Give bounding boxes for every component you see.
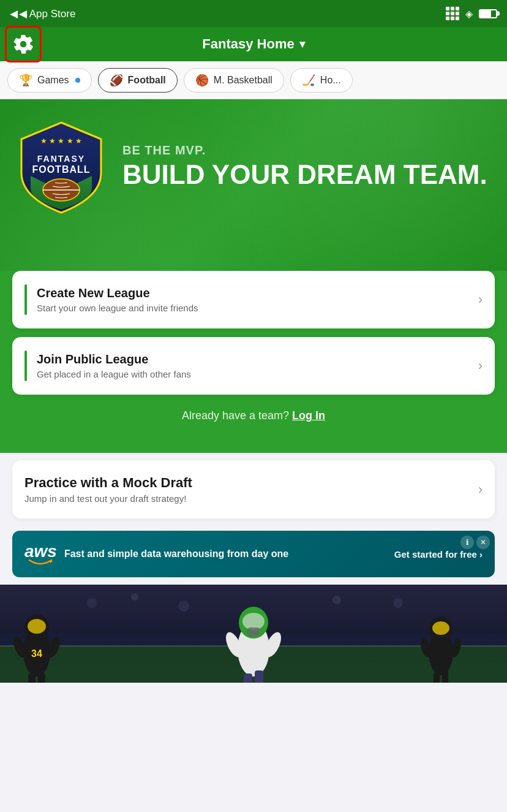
nav-title[interactable]: Fantasy Home ▾ [202, 36, 304, 52]
football-players-image: 34 [0, 585, 507, 683]
app-store-label: ◀ App Store [19, 7, 75, 20]
games-icon: 🏆 [19, 74, 32, 87]
battery-icon [479, 9, 497, 18]
football-image-content: 34 [0, 585, 507, 683]
aws-smile [24, 559, 57, 566]
status-icons: ◈ [446, 7, 497, 20]
mock-draft-card[interactable]: Practice with a Mock Draft Jump in and t… [12, 460, 495, 518]
svg-text:FANTASY: FANTASY [37, 154, 85, 164]
create-league-text: Create New League Start your own league … [37, 286, 478, 313]
hero-content: ★ ★ ★ ★ ★ FANTASY FOOTBALL BE THE MVP. B… [12, 118, 495, 216]
tab-basketball-label: M. Basketball [214, 75, 272, 86]
create-league-title: Create New League [37, 286, 478, 300]
grid-icon [446, 7, 459, 20]
svg-rect-16 [28, 674, 36, 683]
nav-dropdown-arrow: ▾ [299, 37, 305, 51]
hockey-icon: 🏒 [302, 74, 315, 87]
svg-rect-31 [434, 672, 440, 683]
tab-games-label: Games [37, 75, 69, 86]
tab-games[interactable]: 🏆 Games [7, 68, 92, 93]
football-scene-svg: 34 [0, 585, 507, 683]
svg-text:★ ★ ★ ★ ★: ★ ★ ★ ★ ★ [40, 137, 82, 145]
svg-point-20 [242, 613, 265, 630]
join-league-title: Join Public League [37, 352, 478, 366]
already-team-section: Already have a team? Log In [12, 403, 495, 434]
back-arrow-icon: ◀ [10, 7, 18, 20]
mock-draft-title: Practice with a Mock Draft [24, 475, 478, 491]
location-icon: ◈ [465, 8, 473, 20]
ad-left: aws Fast and simple data warehousing fro… [24, 542, 288, 566]
join-league-chevron: › [478, 358, 483, 374]
tab-football-label: Football [128, 75, 166, 86]
already-team-text: Already have a team? [182, 409, 289, 422]
svg-point-28 [432, 621, 449, 635]
svg-point-33 [87, 598, 97, 608]
tab-hockey[interactable]: 🏒 Ho... [290, 68, 353, 93]
mock-draft-subtitle: Jump in and test out your draft strategy… [24, 493, 478, 504]
svg-rect-17 [38, 674, 45, 683]
aws-logo: aws [24, 542, 57, 566]
fantasy-football-logo: ★ ★ ★ ★ ★ FANTASY FOOTBALL [12, 118, 110, 216]
svg-point-36 [332, 596, 341, 604]
hero-subtitle: BE THE MVP. [122, 143, 487, 157]
ad-cta[interactable]: Get started for free › [394, 549, 483, 560]
card-bar-join [24, 351, 27, 381]
ad-banner[interactable]: ℹ ✕ aws Fast and simple data warehousing… [12, 531, 495, 577]
svg-rect-21 [247, 628, 260, 636]
tab-football[interactable]: 🏈 Football [98, 68, 178, 93]
svg-point-34 [131, 593, 138, 601]
gear-button[interactable] [5, 26, 42, 63]
ad-controls: ℹ ✕ [460, 536, 490, 549]
close-icon: ✕ [480, 538, 486, 547]
join-league-text: Join Public League Get placed in a leagu… [37, 352, 478, 379]
basketball-icon: 🏀 [195, 74, 209, 87]
hero-title: BUILD YOUR DREAM TEAM. [122, 160, 487, 189]
mock-draft-section: Practice with a Mock Draft Jump in and t… [0, 453, 507, 526]
ad-close-button[interactable]: ✕ [476, 536, 490, 549]
create-league-card[interactable]: Create New League Start your own league … [12, 271, 495, 328]
ad-section: ℹ ✕ aws Fast and simple data warehousing… [0, 526, 507, 585]
tab-games-dot [75, 78, 80, 83]
status-bar: ◀ ◀ App Store ◈ [0, 0, 507, 27]
create-league-subtitle: Start your own league and invite friends [37, 303, 478, 313]
mock-draft-text: Practice with a Mock Draft Jump in and t… [24, 475, 478, 504]
ad-info-button[interactable]: ℹ [460, 536, 474, 549]
svg-text:34: 34 [31, 648, 42, 659]
svg-point-37 [393, 598, 403, 608]
svg-text:FOOTBALL: FOOTBALL [32, 164, 90, 175]
app-store-back[interactable]: ◀ ◀ App Store [10, 7, 75, 20]
login-link[interactable]: Log In [292, 409, 325, 422]
svg-rect-24 [244, 674, 252, 683]
svg-point-35 [178, 601, 189, 612]
nav-bar: Fantasy Home ▾ [0, 27, 507, 61]
ad-main-text: Fast and simple data warehousing from da… [64, 547, 288, 561]
tab-bar: 🏆 Games 🏈 Football 🏀 M. Basketball 🏒 Ho.… [0, 61, 507, 99]
svg-rect-25 [255, 670, 263, 683]
tab-basketball[interactable]: 🏀 M. Basketball [184, 68, 284, 93]
create-league-chevron: › [478, 292, 483, 308]
svg-point-12 [28, 619, 46, 634]
card-bar-create [24, 284, 27, 315]
nav-title-text: Fantasy Home [202, 36, 294, 52]
join-league-card[interactable]: Join Public League Get placed in a leagu… [12, 337, 495, 395]
hero-section: ★ ★ ★ ★ ★ FANTASY FOOTBALL BE THE MVP. B… [0, 99, 507, 271]
mock-draft-chevron: › [478, 482, 483, 498]
join-league-subtitle: Get placed in a league with other fans [37, 369, 478, 379]
svg-rect-32 [442, 670, 448, 683]
hero-text: BE THE MVP. BUILD YOUR DREAM TEAM. [122, 143, 487, 189]
cards-section: Create New League Start your own league … [0, 271, 507, 453]
info-icon: ℹ [466, 538, 469, 547]
football-icon: 🏈 [110, 74, 123, 87]
tab-hockey-label: Ho... [320, 75, 341, 86]
gear-icon [12, 33, 34, 55]
